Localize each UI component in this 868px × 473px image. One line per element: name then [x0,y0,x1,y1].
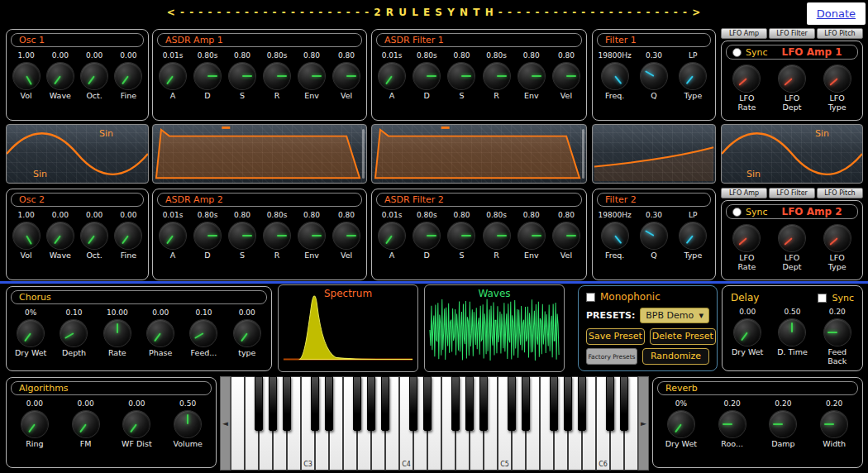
knob-dial[interactable] [779,319,805,346]
knob-dial[interactable] [553,222,579,249]
knob-dial[interactable] [733,65,760,92]
knob-lfo-type[interactable]: LFO Type [814,64,860,112]
knob-lfo-dept[interactable]: LFO Dept [770,223,815,272]
knob-dial[interactable] [194,222,221,249]
envelope-scroll-handle[interactable] [582,129,584,179]
knob-wave[interactable]: 0.00Wave [43,51,77,101]
save-preset-button[interactable]: Save Preset [586,328,645,345]
knob-type[interactable]: 0.00type [226,308,269,358]
tab-lfo-pitch-1[interactable]: LFO Pitch [817,28,863,39]
knob-vel[interactable]: 0.80Vel [549,211,584,260]
knob-r[interactable]: 0.80sR [260,211,294,260]
knob-dial[interactable] [602,222,628,249]
knob-q[interactable]: 0.30Q [634,211,673,260]
filter-response-display[interactable] [592,124,716,184]
knob-r[interactable]: 0.80sR [260,51,294,101]
donate-link[interactable]: Donate [807,2,866,25]
white-key-e2[interactable] [231,376,245,471]
knob-dial[interactable] [229,222,255,249]
knob-dial[interactable] [680,63,706,89]
black-key-ds3[interactable] [325,376,334,431]
knob-dial[interactable] [518,222,545,249]
black-key-cs6[interactable] [606,376,615,431]
knob-feed[interactable]: 0.10Feed... [182,308,225,358]
knob-dial[interactable] [264,222,290,249]
black-key-fs2[interactable] [255,376,264,431]
knob-r[interactable]: 0.80sR [479,211,514,260]
knob-dial[interactable] [333,63,360,89]
knob-vol[interactable]: 1.00Vol [9,211,43,260]
knob-s[interactable]: 0.80S [225,211,260,260]
knob-dial[interactable] [81,63,107,89]
knob-dial[interactable] [73,411,99,437]
knob-dial[interactable] [160,63,186,89]
black-key-as2[interactable] [283,376,292,431]
knob-feed-back[interactable]: 0.20Feed Back [815,308,860,366]
knob-dial[interactable] [379,63,405,89]
knob-dial[interactable] [821,411,847,437]
preset-select[interactable]: BPB Demo ▾ [640,308,709,323]
knob-d[interactable]: 0.80sD [409,51,444,101]
knob-dial[interactable] [413,222,440,249]
tab-lfo-amp-2[interactable]: LFO Amp [721,188,767,198]
knob-dial[interactable] [298,63,325,89]
keyboard-scroll-left[interactable]: ◄ [220,376,231,471]
knob-dry-wet[interactable]: 0%Dry Wet [9,308,52,358]
black-key-cs3[interactable] [311,376,320,431]
knob-dial[interactable] [115,222,141,249]
knob-wf-dist[interactable]: 0.00WF Dist [112,399,163,449]
knob-dial[interactable] [734,319,761,346]
knob-dial[interactable] [413,63,440,89]
knob-dial[interactable] [264,63,290,89]
tab-lfo-pitch-2[interactable]: LFO Pitch [817,188,863,198]
knob-freq[interactable]: 19800HzFreq. [595,211,634,260]
knob-phase[interactable]: 0.00Phase [139,308,182,358]
knob-dial[interactable] [448,222,475,249]
knob-a[interactable]: 0.01sA [374,211,409,260]
black-key-gs4[interactable] [465,376,475,431]
knob-s[interactable]: 0.80S [225,51,260,101]
knob-dial[interactable] [518,63,545,89]
knob-vel[interactable]: 0.80Vel [329,211,364,260]
knob-dial[interactable] [229,63,255,89]
knob-dial[interactable] [104,320,131,346]
knob-dial[interactable] [234,320,260,346]
knob-freq[interactable]: 19800HzFreq. [595,51,634,101]
knob-dial[interactable] [484,222,510,249]
knob-s[interactable]: 0.80S [444,51,479,101]
knob-dial[interactable] [553,63,579,89]
tab-lfo-amp-1[interactable]: LFO Amp [721,28,767,39]
knob-dial[interactable] [81,222,107,249]
knob-dial[interactable] [733,225,760,251]
knob-lfo-rate[interactable]: LFO Rate [724,64,770,112]
black-key-gs3[interactable] [367,376,376,431]
factory-presets-button[interactable]: Factory Presets [586,348,637,365]
knob-env[interactable]: 0.80Env [514,211,549,260]
knob-roo[interactable]: 0.20Roo... [707,399,758,449]
keyboard-scroll-right[interactable]: ► [638,376,649,471]
randomize-button[interactable]: Randomize [642,348,709,365]
amp-envelope-display[interactable] [152,124,367,184]
black-key-as5[interactable] [578,376,587,431]
knob-dial[interactable] [47,222,74,249]
black-key-gs5[interactable] [564,376,573,431]
knob-fm[interactable]: 0.00FM [60,399,112,449]
knob-depth[interactable]: 0.10Depth [52,308,95,358]
black-key-ds5[interactable] [522,376,531,431]
black-key-cs4[interactable] [409,376,418,431]
tab-lfo-filter-1[interactable]: LFO Filter [769,28,815,39]
knob-fine[interactable]: 0.00Fine [112,51,145,101]
knob-dial[interactable] [174,411,201,437]
black-key-fs4[interactable] [451,376,460,431]
knob-dial[interactable] [779,225,805,251]
knob-dial[interactable] [824,65,851,92]
black-key-as4[interactable] [479,376,489,431]
osc-wave-display[interactable]: Sin Sin [6,124,149,184]
knob-dial[interactable] [194,63,221,89]
knob-s[interactable]: 0.80S [444,211,479,260]
knob-fine[interactable]: 0.00Fine [112,211,145,260]
black-key-fs5[interactable] [550,376,559,431]
knob-env[interactable]: 0.80Env [514,51,549,101]
knob-dry-wet[interactable]: 0.00Dry Wet [725,308,770,357]
knob-dial[interactable] [680,222,706,249]
